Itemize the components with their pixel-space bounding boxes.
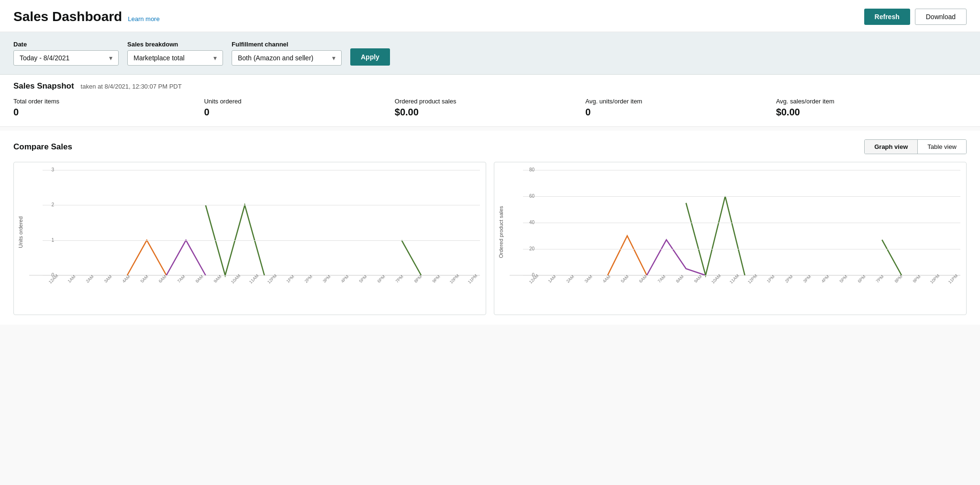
date-label: Date	[13, 41, 119, 48]
filter-bar: Date Today - 8/4/2021 ▾ Sales breakdown …	[0, 32, 980, 75]
breakdown-filter-group: Sales breakdown Marketplace total ▾	[127, 41, 223, 66]
metric-value: 0	[13, 107, 192, 118]
units-grid-area: 0123	[29, 170, 480, 275]
metric-item: Total order items 0	[13, 98, 204, 118]
metric-item: Units ordered 0	[204, 98, 394, 118]
y-tick-label: 2	[43, 202, 54, 207]
channel-select[interactable]: Both (Amazon and seller) ▾	[232, 50, 342, 66]
breakdown-chevron-icon: ▾	[213, 54, 217, 62]
y-tick-label: 60	[523, 193, 535, 199]
channel-chevron-icon: ▾	[332, 54, 335, 62]
date-filter-group: Date Today - 8/4/2021 ▾	[13, 41, 119, 66]
y-tick-label: 40	[523, 220, 535, 225]
table-view-button[interactable]: Table view	[917, 140, 966, 154]
units-x-axis: 12AM1AM2AM3AM4AM5AM6AM7AM8AM9AM10AM11AM1…	[29, 277, 480, 294]
y-tick-label: 80	[523, 167, 535, 172]
grid-line: 20	[523, 249, 960, 249]
grid-line: 80	[523, 170, 960, 170]
apply-button[interactable]: Apply	[350, 48, 390, 66]
units-chart-inner: 0123 12AM1AM2AM3AM4AM5AM6AM7AM8AM9AM10AM…	[29, 170, 480, 294]
channel-label: Fulfillment channel	[232, 41, 342, 48]
snapshot-title: Sales Snapshot	[13, 81, 74, 91]
page-title: Sales Dashboard	[13, 9, 122, 24]
units-y-axis-label: Units ordered	[18, 170, 27, 294]
learn-more-link[interactable]: Learn more	[128, 15, 159, 23]
y-tick-label: 3	[43, 167, 54, 172]
grid-line: 1	[43, 240, 480, 241]
sales-x-axis: 12AM1AM2AM3AM4AM5AM6AM7AM8AM9AM10AM11AM1…	[510, 277, 960, 294]
snapshot-header: Sales Snapshot taken at 8/4/2021, 12:30:…	[13, 81, 967, 91]
y-tick-label: 20	[523, 246, 535, 251]
metric-value: $0.00	[395, 107, 574, 118]
channel-value: Both (Amazon and seller)	[238, 54, 313, 62]
metric-label: Units ordered	[204, 98, 383, 105]
metric-item: Ordered product sales $0.00	[395, 98, 585, 118]
units-chart-wrap: Units ordered 0123 12AM1AM2AM3AM4AM5AM6A…	[18, 170, 480, 294]
view-toggle: Graph view Table view	[864, 139, 967, 154]
grid-line: 60	[523, 196, 960, 197]
compare-section: Compare Sales Graph view Table view Unit…	[0, 131, 980, 325]
metric-value: 0	[585, 107, 764, 118]
header-actions: Refresh Download	[864, 9, 967, 25]
refresh-button[interactable]: Refresh	[864, 9, 910, 25]
y-tick-label: 1	[43, 237, 54, 243]
grid-line: 40	[523, 223, 960, 223]
metric-value: 0	[204, 107, 383, 118]
compare-title: Compare Sales	[13, 142, 72, 152]
sales-grid-area: 020406080	[510, 170, 960, 275]
date-select[interactable]: Today - 8/4/2021 ▾	[13, 50, 119, 66]
sales-chart-inner: 020406080 12AM1AM2AM3AM4AM5AM6AM7AM8AM9A…	[510, 170, 960, 294]
units-chart-svg	[29, 170, 480, 275]
metric-label: Total order items	[13, 98, 192, 105]
breakdown-label: Sales breakdown	[127, 41, 223, 48]
breakdown-value: Marketplace total	[134, 54, 185, 62]
metric-item: Avg. units/order item 0	[585, 98, 776, 118]
grid-line: 2	[43, 205, 480, 205]
metric-label: Ordered product sales	[395, 98, 574, 105]
graph-view-button[interactable]: Graph view	[865, 140, 917, 154]
date-chevron-icon: ▾	[109, 54, 112, 62]
metric-value: $0.00	[776, 107, 955, 118]
compare-header: Compare Sales Graph view Table view	[13, 139, 967, 154]
units-chart-container: Units ordered 0123 12AM1AM2AM3AM4AM5AM6A…	[13, 162, 486, 315]
snapshot-time: taken at 8/4/2021, 12:30:07 PM PDT	[81, 83, 182, 90]
metric-label: Avg. units/order item	[585, 98, 764, 105]
download-button[interactable]: Download	[915, 9, 967, 25]
date-value: Today - 8/4/2021	[20, 54, 69, 62]
charts-row: Units ordered 0123 12AM1AM2AM3AM4AM5AM6A…	[13, 162, 967, 325]
snapshot-metrics: Total order items 0Units ordered 0Ordere…	[13, 98, 967, 118]
channel-filter-group: Fulfillment channel Both (Amazon and sel…	[232, 41, 342, 66]
metric-label: Avg. sales/order item	[776, 98, 955, 105]
page-header: Sales Dashboard Learn more Refresh Downl…	[0, 0, 980, 32]
snapshot-section: Sales Snapshot taken at 8/4/2021, 12:30:…	[0, 75, 980, 127]
grid-line: 3	[43, 170, 480, 170]
header-left: Sales Dashboard Learn more	[13, 9, 160, 24]
metric-item: Avg. sales/order item $0.00	[776, 98, 967, 118]
sales-chart-wrap: Ordered product sales 020406080 12AM1AM2…	[498, 170, 960, 294]
sales-y-axis-label: Ordered product sales	[498, 170, 508, 294]
sales-chart-container: Ordered product sales 020406080 12AM1AM2…	[494, 162, 967, 315]
breakdown-select[interactable]: Marketplace total ▾	[127, 50, 223, 66]
